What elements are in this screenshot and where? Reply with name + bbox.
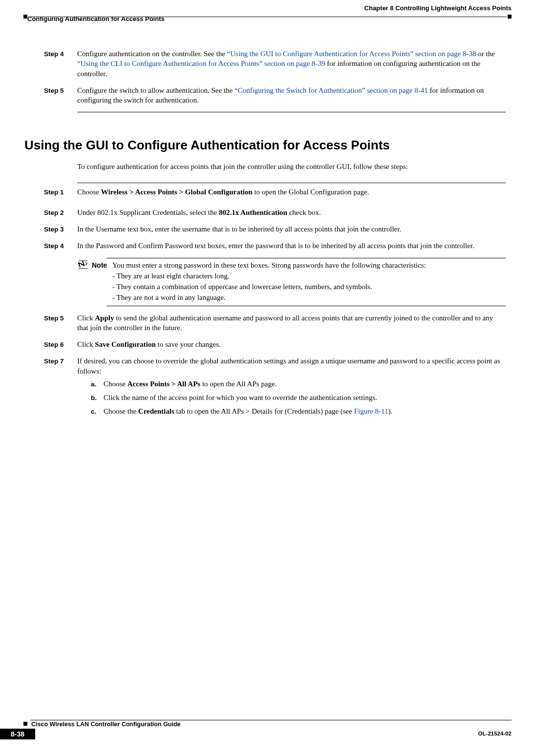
- text: Choose: [77, 188, 101, 196]
- text: You must enter a strong password in thes…: [112, 260, 506, 270]
- step-6: Step 6 Click Save Configuration to save …: [44, 339, 506, 351]
- step-body: Under 802.1x Supplicant Credentials, sel…: [77, 208, 506, 219]
- text: - They are not a word in any language.: [112, 293, 506, 302]
- link-switch-auth[interactable]: “Configuring the Switch for Authenticati…: [235, 86, 428, 94]
- text: to send the global authentication userna…: [77, 314, 493, 332]
- note-icon: [77, 258, 92, 306]
- page-footer: Cisco Wireless LAN Controller Configurat…: [23, 719, 512, 739]
- steps-end-rule: [77, 112, 506, 112]
- step-label: Step 4: [44, 49, 77, 81]
- substep-letter: c.: [91, 406, 104, 416]
- substep-c: c. Choose the Credentials tab to open th…: [91, 406, 506, 416]
- step-label: Step 6: [44, 339, 77, 351]
- step-label: Step 5: [44, 85, 77, 107]
- note-text: You must enter a strong password in thes…: [112, 260, 506, 304]
- text: to open the All APs page.: [200, 380, 277, 388]
- step-label: Step 7: [44, 356, 77, 420]
- top-step-5: Step 5 Configure the switch to allow aut…: [44, 85, 506, 107]
- checkbox-name: 802.1x Authentication: [219, 209, 287, 216]
- text: tab to open the All APs > Details for (C…: [174, 407, 354, 415]
- step-label: Step 3: [44, 224, 77, 236]
- tab-name: Credentials: [138, 407, 174, 415]
- header-section: Configuring Authentication for Access Po…: [27, 13, 512, 23]
- step-label: Step 4: [44, 241, 77, 252]
- section-title: Using the GUI to Configure Authenticatio…: [24, 137, 506, 154]
- text: Click: [77, 314, 95, 322]
- step-body: In the Password and Confirm Password tex…: [77, 241, 506, 252]
- text: Under 802.1x Supplicant Credentials, sel…: [77, 209, 219, 216]
- section-intro: To configure authentication for access p…: [77, 162, 506, 171]
- step-body: In the Username text box, enter the user…: [77, 224, 506, 236]
- text: Choose the: [104, 407, 138, 415]
- button-name: Save Configuration: [95, 340, 156, 348]
- step-body: Click Save Configuration to save your ch…: [77, 339, 506, 351]
- text: In the Username text box, enter the user…: [77, 224, 506, 234]
- step-label: Step 5: [44, 313, 77, 335]
- substep-b: b. Click the name of the access point fo…: [91, 393, 506, 402]
- button-name: Apply: [95, 314, 114, 322]
- page-content: Step 4 Configure authentication on the c…: [44, 49, 506, 425]
- note-label: Note: [92, 260, 112, 304]
- text: Click: [77, 340, 95, 348]
- menu-path: Wireless > Access Points > Global Config…: [101, 188, 253, 196]
- header-rule: [23, 16, 512, 18]
- step-5: Step 5 Click Apply to send the global au…: [44, 313, 506, 335]
- text: In the Password and Confirm Password tex…: [77, 241, 506, 251]
- step-body: If desired, you can choose to override t…: [77, 356, 506, 420]
- step-body: Choose Wireless > Access Points > Global…: [77, 187, 506, 199]
- link-cli-auth[interactable]: “Using the CLI to Configure Authenticati…: [77, 60, 325, 67]
- step-body: Configure authentication on the controll…: [77, 49, 506, 81]
- substep-a: a. Choose Access Points > All APs to ope…: [91, 379, 506, 389]
- text: Configure authentication on the controll…: [77, 50, 227, 58]
- menu-path: Access Points > All APs: [128, 380, 200, 388]
- note-block: Note You must enter a strong password in…: [77, 258, 506, 306]
- text: - They contain a combination of uppercas…: [112, 282, 506, 292]
- step-3: Step 3 In the Username text box, enter t…: [44, 224, 506, 236]
- top-step-4: Step 4 Configure authentication on the c…: [44, 49, 506, 81]
- step-body: Configure the switch to allow authentica…: [77, 85, 506, 107]
- step-4: Step 4 In the Password and Confirm Passw…: [44, 241, 506, 252]
- page-number: 8-38: [0, 729, 35, 739]
- steps-start-rule: [77, 183, 506, 183]
- step-7: Step 7 If desired, you can choose to ove…: [44, 356, 506, 420]
- text: ).: [388, 407, 393, 415]
- step-2: Step 2 Under 802.1x Supplicant Credentia…: [44, 208, 506, 219]
- step-body: Click Apply to send the global authentic…: [77, 313, 506, 335]
- text: Configure the switch to allow authentica…: [77, 86, 235, 94]
- header-chapter: Chapter 8 Controlling Lightweight Access…: [23, 0, 512, 13]
- text: Click the name of the access point for w…: [104, 393, 377, 402]
- substep-letter: a.: [91, 379, 104, 389]
- step-label: Step 2: [44, 208, 77, 219]
- text: or the: [476, 50, 494, 58]
- step-1: Step 1 Choose Wireless > Access Points >…: [44, 187, 506, 199]
- link-gui-auth[interactable]: “Using the GUI to Configure Authenticati…: [227, 50, 476, 58]
- page-header: Chapter 8 Controlling Lightweight Access…: [23, 0, 512, 23]
- text: to open the Global Configuration page.: [253, 188, 369, 196]
- text: check box.: [287, 209, 321, 216]
- link-figure-8-11[interactable]: Figure 8-11: [354, 407, 388, 415]
- text: If desired, you can choose to override t…: [77, 356, 506, 376]
- substep-letter: b.: [91, 393, 104, 402]
- step-label: Step 1: [44, 187, 77, 199]
- text: Choose: [104, 380, 128, 388]
- text: to save your changes.: [156, 340, 221, 348]
- document-number: OL-21524-02: [478, 730, 512, 738]
- text: - They are at least eight characters lon…: [112, 271, 506, 281]
